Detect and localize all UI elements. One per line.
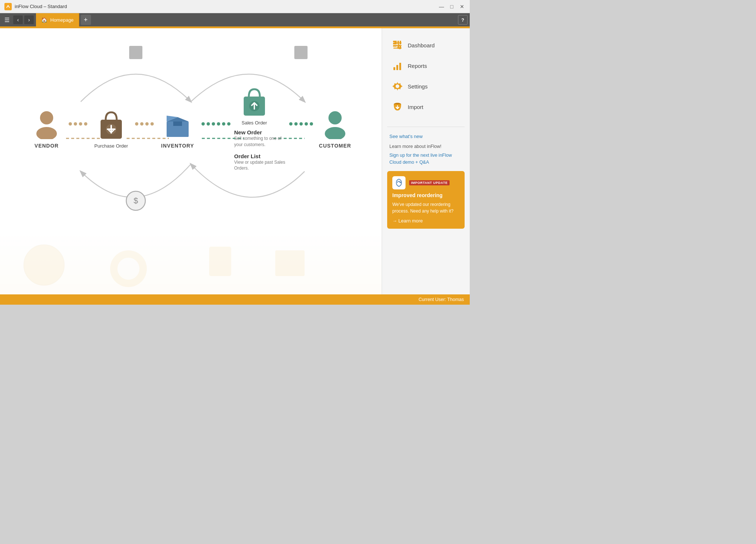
svg-rect-36 xyxy=(395,42,397,44)
settings-nav-label: Settings xyxy=(408,83,428,90)
svg-point-43 xyxy=(396,84,399,88)
po-to-inventory-dots xyxy=(135,122,154,126)
help-button[interactable]: ? xyxy=(458,15,468,25)
svg-point-10 xyxy=(36,127,57,139)
order-list-desc: View or update past Sales Orders. xyxy=(234,159,289,172)
import-nav-label: Import xyxy=(408,104,424,110)
sales-order-node[interactable]: Sales Order xyxy=(230,87,278,126)
dashboard-nav-label: Dashboard xyxy=(408,42,435,48)
update-title: Improved reordering xyxy=(392,192,459,198)
customer-label: CUSTOMER xyxy=(319,143,351,149)
purchase-bag-icon xyxy=(97,110,126,139)
sidebar-links: See what's new Learn more about inFlow! … xyxy=(382,134,470,166)
new-order-title: New Order xyxy=(234,129,289,135)
svg-rect-0 xyxy=(6,4,11,9)
tab-bar: ☰ ‹ › 🏠 Homepage + ? xyxy=(0,13,470,26)
sales-order-section: Sales Order New Order Sell something to … xyxy=(230,87,289,171)
vendor-to-po-dots xyxy=(69,122,87,126)
new-order-desc: Sell something to one of your customers. xyxy=(234,135,289,148)
update-body: We've updated our reordering process. Ne… xyxy=(392,201,459,214)
vendor-node: VENDOR xyxy=(25,110,69,149)
update-card-header: IMPORTANT UPDATE xyxy=(392,176,459,189)
dashboard-icon xyxy=(392,39,403,51)
tab-homepage-label: Homepage xyxy=(50,17,74,23)
window-controls: — □ ✕ xyxy=(438,3,465,10)
workflow-nodes: VENDOR xyxy=(0,87,382,171)
learn-more-text: Learn more about inFlow! xyxy=(389,144,462,150)
svg-point-20 xyxy=(325,127,345,139)
svg-rect-15 xyxy=(173,122,182,126)
svg-rect-38 xyxy=(399,47,401,49)
add-tab-button[interactable]: + xyxy=(81,15,91,25)
purchase-order-label: Purchase Order xyxy=(94,143,128,149)
hamburger-menu[interactable]: ☰ xyxy=(2,15,12,25)
vendor-icon xyxy=(32,110,61,139)
tab-homepage-icon: 🏠 xyxy=(41,17,47,23)
svg-rect-40 xyxy=(396,65,398,70)
main-layout: $ xyxy=(0,28,470,294)
purchase-order-node[interactable]: Purchase Order xyxy=(87,110,135,149)
svg-rect-1 xyxy=(129,46,142,59)
inventory-icon xyxy=(163,110,192,139)
settings-icon xyxy=(392,80,403,92)
watermark-bg xyxy=(0,228,382,294)
title-bar: inFlow Cloud – Standard — □ ✕ xyxy=(0,0,470,13)
update-card-icon xyxy=(392,176,406,189)
tab-bar-left: ☰ ‹ › xyxy=(0,13,36,26)
learn-more-button[interactable]: → Learn more xyxy=(392,218,459,224)
current-user-label: Current User: Thomas xyxy=(419,297,464,302)
tab-bar-right: ? xyxy=(458,13,470,26)
customer-icon xyxy=(320,110,350,139)
close-button[interactable]: ✕ xyxy=(459,3,465,10)
sidebar-item-import[interactable]: Import xyxy=(387,97,465,116)
reports-icon xyxy=(392,60,403,72)
svg-text:$: $ xyxy=(134,196,138,205)
sidebar-divider xyxy=(387,127,465,127)
sales-bag-icon xyxy=(240,87,269,116)
svg-rect-39 xyxy=(393,67,395,70)
vendor-label: VENDOR xyxy=(34,143,59,149)
new-order-item[interactable]: New Order Sell something to one of your … xyxy=(234,129,289,148)
sales-to-customer-dots xyxy=(289,122,313,126)
forward-button[interactable]: › xyxy=(24,15,34,24)
inventory-label: INVENTORY xyxy=(161,143,194,149)
sidebar-item-reports[interactable]: Reports xyxy=(387,56,465,75)
import-icon xyxy=(392,101,403,113)
inventory-to-sales-dots xyxy=(201,122,230,126)
svg-point-19 xyxy=(328,111,342,124)
minimize-button[interactable]: — xyxy=(438,3,445,10)
customer-node: CUSTOMER xyxy=(313,110,357,149)
reports-nav-label: Reports xyxy=(408,63,427,69)
content-area: $ xyxy=(0,28,382,294)
svg-rect-37 xyxy=(398,44,400,47)
svg-point-9 xyxy=(40,111,53,124)
svg-rect-2 xyxy=(294,46,308,59)
app-title: inFlow Cloud – Standard xyxy=(15,4,438,9)
update-card: IMPORTANT UPDATE Improved reordering We'… xyxy=(387,171,465,229)
update-badge: IMPORTANT UPDATE xyxy=(409,180,450,185)
status-bar: Current User: Thomas xyxy=(0,294,470,305)
order-list-item[interactable]: Order List View or update past Sales Ord… xyxy=(234,153,289,172)
back-button[interactable]: ‹ xyxy=(13,15,23,24)
sidebar: Dashboard Reports xyxy=(382,28,470,294)
svg-rect-41 xyxy=(399,63,401,70)
maximize-button[interactable]: □ xyxy=(448,3,455,10)
app-icon xyxy=(4,3,12,10)
active-tab[interactable]: 🏠 Homepage xyxy=(36,13,79,26)
sales-popup: New Order Sell something to one of your … xyxy=(234,129,289,171)
inventory-node: INVENTORY xyxy=(154,110,201,149)
sign-up-link[interactable]: Sign up for the next live inFlow Cloud d… xyxy=(389,153,452,165)
sidebar-nav: Dashboard Reports xyxy=(382,36,470,116)
sidebar-item-dashboard[interactable]: Dashboard xyxy=(387,36,465,55)
see-whats-new-link[interactable]: See what's new xyxy=(389,134,462,139)
sidebar-item-settings[interactable]: Settings xyxy=(387,77,465,96)
sales-order-label: Sales Order xyxy=(241,120,267,126)
order-list-title: Order List xyxy=(234,153,289,159)
